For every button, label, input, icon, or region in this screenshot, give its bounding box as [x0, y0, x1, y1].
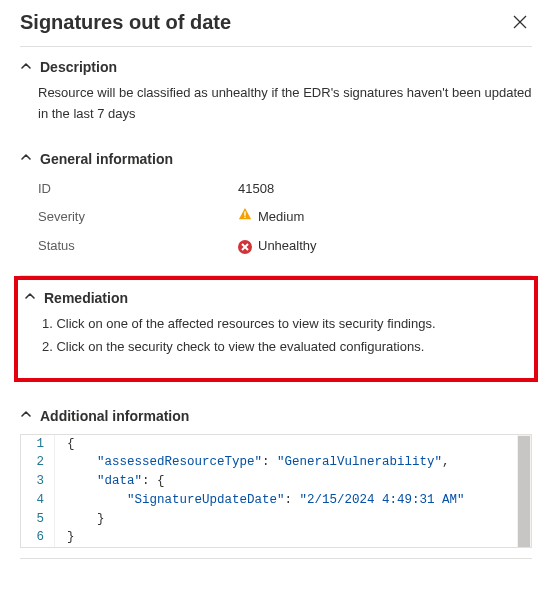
- row-severity: Severity Medium: [38, 203, 532, 232]
- section-toggle-description[interactable]: Description: [20, 59, 532, 75]
- remediation-step: 1. Click on one of the affected resource…: [42, 314, 528, 335]
- chevron-up-icon: [20, 408, 32, 423]
- remediation-step: 2. Click on the security check to view t…: [42, 337, 528, 358]
- chevron-up-icon: [20, 151, 32, 166]
- value-id: 41508: [238, 179, 274, 200]
- line-number: 3: [21, 472, 55, 491]
- section-toggle-general[interactable]: General information: [20, 151, 532, 167]
- remediation-highlight: Remediation 1. Click on one of the affec…: [14, 276, 538, 382]
- row-status: Status Unhealthy: [38, 232, 532, 261]
- value-severity: Medium: [238, 207, 304, 228]
- description-text: Resource will be classified as unhealthy…: [20, 75, 532, 129]
- section-toggle-remediation[interactable]: Remediation: [24, 290, 528, 306]
- section-title: Remediation: [44, 290, 128, 306]
- panel-header: Signatures out of date: [20, 10, 532, 46]
- svg-rect-3: [244, 217, 245, 218]
- code-row: 1 {: [21, 435, 531, 454]
- line-number: 2: [21, 453, 55, 472]
- detail-panel: Signatures out of date Description Resou…: [0, 0, 552, 579]
- chevron-up-icon: [24, 290, 36, 305]
- warning-icon: [238, 207, 252, 228]
- scrollbar-thumb[interactable]: [518, 436, 530, 549]
- section-title: Additional information: [40, 408, 189, 424]
- section-title: General information: [40, 151, 173, 167]
- line-number: 5: [21, 510, 55, 529]
- chevron-up-icon: [20, 60, 32, 75]
- line-number: 1: [21, 435, 55, 454]
- code-row: 6 }: [21, 528, 531, 547]
- status-text: Unhealthy: [258, 236, 317, 257]
- section-additional-info: Additional information 1 { 2 "assessedRe…: [20, 396, 532, 559]
- code-line: }: [55, 510, 531, 529]
- code-line: "assessedResourceType": "GeneralVulnerab…: [55, 453, 531, 472]
- section-description: Description Resource will be classified …: [20, 47, 532, 139]
- code-row: 4 "SignatureUpdateDate": "2/15/2024 4:49…: [21, 491, 531, 510]
- code-row: 3 "data": {: [21, 472, 531, 491]
- section-title: Description: [40, 59, 117, 75]
- label-id: ID: [38, 179, 238, 200]
- line-number: 6: [21, 528, 55, 547]
- scrollbar-track[interactable]: [517, 435, 531, 548]
- code-row: 2 "assessedResourceType": "GeneralVulner…: [21, 453, 531, 472]
- divider: [20, 558, 532, 559]
- line-number: 4: [21, 491, 55, 510]
- code-row: 5 }: [21, 510, 531, 529]
- row-id: ID 41508: [38, 175, 532, 204]
- panel-title: Signatures out of date: [20, 11, 231, 34]
- code-line: }: [55, 528, 531, 547]
- close-button[interactable]: [508, 10, 532, 34]
- section-general-info: General information ID 41508 Severity Me…: [20, 139, 532, 275]
- code-line: "SignatureUpdateDate": "2/15/2024 4:49:3…: [55, 491, 531, 510]
- value-status: Unhealthy: [238, 236, 317, 257]
- label-status: Status: [38, 236, 238, 257]
- general-info-body: ID 41508 Severity Medium Status Unhealth…: [20, 167, 532, 265]
- code-line: "data": {: [55, 472, 531, 491]
- remediation-steps: 1. Click on one of the affected resource…: [24, 306, 528, 364]
- error-icon: [238, 240, 252, 254]
- close-icon: [513, 15, 527, 29]
- severity-text: Medium: [258, 207, 304, 228]
- section-toggle-additional[interactable]: Additional information: [20, 408, 532, 424]
- json-code-block[interactable]: 1 { 2 "assessedResourceType": "GeneralVu…: [20, 434, 532, 549]
- label-severity: Severity: [38, 207, 238, 228]
- section-remediation: Remediation 1. Click on one of the affec…: [24, 286, 528, 368]
- svg-rect-2: [244, 212, 245, 216]
- code-line: {: [55, 435, 531, 454]
